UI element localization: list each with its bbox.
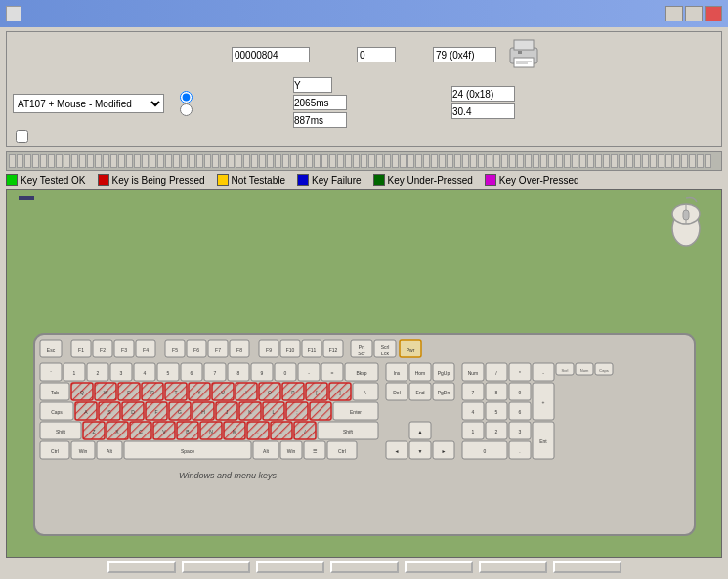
key-pgdn[interactable]: PgDn <box>433 383 454 400</box>
key-f7[interactable]: F7 <box>208 340 228 357</box>
key-f5[interactable]: F5 <box>165 340 185 357</box>
clear-button[interactable] <box>330 561 399 573</box>
bios-radio[interactable] <box>180 103 193 116</box>
key-num2[interactable]: 2 <box>486 422 507 439</box>
characters-sec-input[interactable] <box>451 103 515 119</box>
keyboard-type-select[interactable]: AT107 + Mouse - Modified AT101 AT84 <box>13 94 164 113</box>
maximize-button[interactable] <box>685 6 703 21</box>
key-y[interactable]: Y <box>189 383 210 400</box>
key-c[interactable]: C <box>130 422 151 439</box>
key-up[interactable]: ▲ <box>409 422 431 439</box>
key-4[interactable]: 4 <box>134 363 155 381</box>
key-rbracket[interactable]: ] <box>329 383 351 400</box>
key-ralt[interactable]: Alt <box>253 441 278 459</box>
key-slash[interactable]: / <box>294 422 316 439</box>
key-delete[interactable]: Del <box>386 383 407 400</box>
minimize-button[interactable] <box>665 6 683 21</box>
key-l[interactable]: L <box>263 402 284 420</box>
key-q[interactable]: Q <box>71 383 93 400</box>
key-f3[interactable]: F3 <box>114 340 134 357</box>
key-b[interactable]: B <box>177 422 198 439</box>
key-num0[interactable]: 0 <box>462 441 507 459</box>
printer-icon[interactable] <box>506 36 541 73</box>
key-f[interactable]: F <box>146 402 167 420</box>
key-f4[interactable]: F4 <box>136 340 155 357</box>
key-s[interactable]: S <box>99 402 120 420</box>
key-minus[interactable]: - <box>298 363 320 381</box>
key-menu[interactable]: ☰ <box>304 441 325 459</box>
key-period[interactable]: . <box>271 422 292 439</box>
key-r[interactable]: R <box>142 383 163 400</box>
key-d[interactable]: D <box>122 402 144 420</box>
key-f6[interactable]: F6 <box>187 340 206 357</box>
key-u[interactable]: U <box>212 383 234 400</box>
key-n[interactable]: N <box>200 422 222 439</box>
lag-time-input[interactable] <box>293 112 347 128</box>
about-button[interactable] <box>405 561 473 573</box>
key-f11[interactable]: F11 <box>302 340 321 357</box>
key-rwin[interactable]: Win <box>280 441 302 459</box>
key-lbracket[interactable]: [ <box>306 383 327 400</box>
exit-button[interactable] <box>553 561 621 573</box>
key-capslock[interactable]: Caps <box>40 402 73 420</box>
key-z[interactable]: Z <box>83 422 105 439</box>
key-num-asterisk[interactable]: * <box>509 363 531 381</box>
last-key-down-input[interactable] <box>357 47 396 62</box>
key-p[interactable]: P <box>282 383 304 400</box>
key-f9[interactable]: F9 <box>259 340 278 357</box>
key-e[interactable]: E <box>118 383 140 400</box>
key-home[interactable]: Hom <box>409 363 431 381</box>
key-tab[interactable]: Tab <box>40 383 69 400</box>
last-key-up-input[interactable] <box>293 77 332 93</box>
key-i[interactable]: I <box>236 383 257 400</box>
key-backslash[interactable]: \ <box>353 383 378 400</box>
key-rctrl[interactable]: Ctrl <box>327 441 357 459</box>
key-2[interactable]: 2 <box>87 363 108 381</box>
key-t[interactable]: T <box>165 383 187 400</box>
key-a[interactable]: A <box>75 402 97 420</box>
key-equals[interactable]: = <box>321 363 343 381</box>
key-num-slash[interactable]: / <box>486 363 507 381</box>
key-f2[interactable]: F2 <box>93 340 112 357</box>
key-scrolllock[interactable]: ScrlLck <box>374 340 396 357</box>
key-lalt[interactable]: Alt <box>97 441 122 459</box>
key-insert[interactable]: Ins <box>386 363 407 381</box>
key-num-dot[interactable]: . <box>509 441 531 459</box>
key-esc[interactable]: Esc <box>40 340 62 357</box>
test-leds-button[interactable] <box>256 561 324 573</box>
windows-radio[interactable] <box>180 91 193 103</box>
key-o[interactable]: O <box>259 383 280 400</box>
key-f8[interactable]: F8 <box>230 340 249 357</box>
key-5[interactable]: 5 <box>157 363 179 381</box>
windows-key-code-input[interactable] <box>433 47 496 62</box>
key-backtick[interactable]: ` <box>40 363 62 381</box>
key-w[interactable]: W <box>95 383 116 400</box>
key-num4[interactable]: 4 <box>462 402 484 420</box>
key-v[interactable]: V <box>153 422 175 439</box>
depress-time-input[interactable] <box>293 95 347 110</box>
key-lctrl[interactable]: Ctrl <box>40 441 69 459</box>
key-x[interactable]: X <box>107 422 128 439</box>
key-semicolon[interactable]: ; <box>286 402 308 420</box>
key-m[interactable]: M <box>224 422 245 439</box>
key-end[interactable]: End <box>409 383 431 400</box>
key-num9[interactable]: 9 <box>509 383 531 400</box>
key-f10[interactable]: F10 <box>280 340 300 357</box>
mouse-drift-button[interactable] <box>107 561 176 573</box>
key-6[interactable]: 6 <box>181 363 202 381</box>
key-f12[interactable]: F12 <box>323 340 343 357</box>
key-pgup[interactable]: PgUp <box>433 363 454 381</box>
key-f1[interactable]: F1 <box>71 340 91 357</box>
help-button[interactable] <box>479 561 547 573</box>
key-backspace[interactable]: Bksp <box>345 363 378 381</box>
filter-system-keys-checkbox[interactable] <box>16 130 28 143</box>
key-comma[interactable]: , <box>247 422 269 439</box>
key-7[interactable]: 7 <box>204 363 226 381</box>
key-lwin[interactable]: Win <box>71 441 95 459</box>
key-quote[interactable]: ' <box>310 402 331 420</box>
key-9[interactable]: 9 <box>251 363 273 381</box>
mouse-move-button[interactable] <box>182 561 250 573</box>
key-power[interactable]: Pwr <box>400 340 421 357</box>
bios-key-code-input[interactable] <box>451 86 515 102</box>
key-rshift[interactable]: Shift <box>318 422 378 439</box>
